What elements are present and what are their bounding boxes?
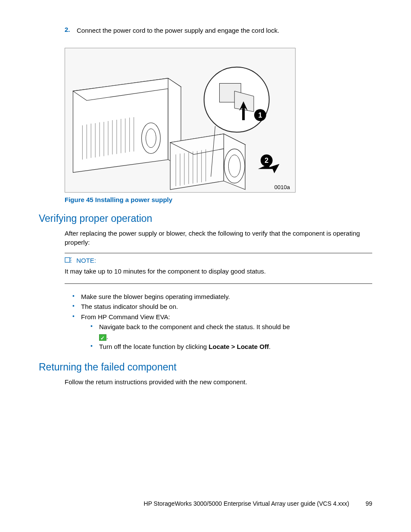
svg-point-29 [142, 123, 161, 154]
list-item: • From HP Command View EVA: • Navigate b… [72, 312, 372, 352]
note-text: It may take up to 10 minutes for the com… [65, 267, 372, 276]
note-heading: NOTE: [65, 257, 372, 264]
numbered-step-list: 2. Connect the power cord to the power s… [65, 26, 372, 35]
bullet-text: From HP Command View EVA: • Navigate bac… [81, 312, 372, 352]
list-item: • Make sure the blower begins operating … [72, 292, 372, 302]
figure-id: 0010a [274, 184, 290, 190]
figure-container: 1 2 0010a Figure 45 Installing a power s… [65, 48, 296, 203]
bullet-marker: • [72, 312, 81, 352]
step-number: 2. [65, 26, 77, 35]
bullet-marker: • [90, 342, 99, 352]
heading-verifying: Verifying proper operation [39, 213, 372, 224]
step-item: 2. Connect the power cord to the power s… [65, 26, 372, 35]
svg-point-27 [224, 149, 245, 184]
sub-bullet-list: • Navigate back to the component and che… [90, 322, 372, 352]
page-footer: HP StorageWorks 3000/5000 Enterprise Vir… [0, 500, 372, 507]
figure-caption: Figure 45 Installing a power supply [65, 196, 296, 203]
note-box: NOTE: It may take up to 10 minutes for t… [65, 253, 372, 284]
intro-paragraph: After replacing the power supply or blow… [65, 229, 372, 247]
svg-text:2: 2 [265, 157, 268, 164]
check-icon [99, 334, 106, 341]
step-text: Connect the power cord to the power supp… [77, 26, 372, 35]
list-item: • Turn off the locate function by clicki… [90, 342, 372, 352]
locate-path: Locate > Locate Off [209, 343, 269, 350]
return-paragraph: Follow the return instructions provided … [65, 377, 372, 386]
page-number: 99 [365, 500, 372, 507]
list-item: • The status indicator should be on. [72, 302, 372, 311]
list-item: • Navigate back to the component and che… [90, 322, 372, 342]
note-icon [65, 257, 74, 264]
svg-rect-35 [242, 106, 245, 120]
bullet-marker: • [72, 292, 81, 302]
bullet-text: Navigate back to the component and check… [99, 322, 372, 342]
svg-rect-42 [65, 258, 70, 262]
bullet-marker: • [72, 302, 81, 311]
note-label: NOTE: [76, 257, 96, 264]
bullet-text: Make sure the blower begins operating im… [81, 292, 372, 302]
figure-image: 1 2 0010a [65, 48, 296, 193]
bullet-marker: • [90, 322, 99, 342]
bullet-list: • Make sure the blower begins operating … [72, 292, 372, 352]
footer-text: HP StorageWorks 3000/5000 Enterprise Vir… [144, 500, 349, 507]
bullet-text: Turn off the locate function by clicking… [99, 342, 372, 352]
power-supply-diagram: 1 2 [65, 48, 295, 192]
heading-returning: Returning the failed component [39, 361, 372, 373]
svg-text:1: 1 [258, 112, 262, 119]
bullet-text: The status indicator should be on. [81, 302, 372, 311]
